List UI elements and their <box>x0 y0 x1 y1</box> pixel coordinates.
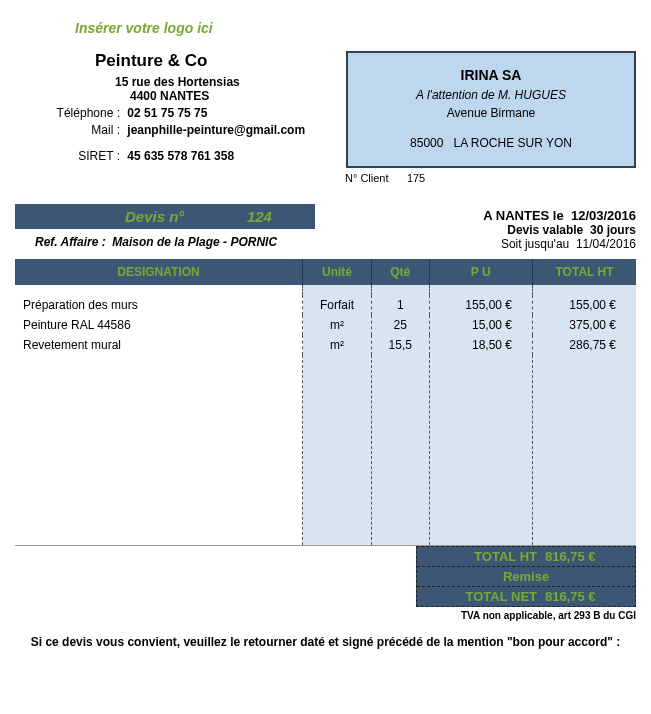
items-table: DESIGNATION Unité Qté P U TOTAL HT Prépa… <box>15 259 636 546</box>
footer-note: Si ce devis vous convient, veuillez le r… <box>15 635 636 649</box>
phone-label: Téléphone : <box>15 106 120 120</box>
client-name: IRINA SA <box>358 65 624 86</box>
cell-qty: 1 <box>372 295 430 315</box>
cell-pu: 18,50 € <box>429 335 533 355</box>
col-unit: Unité <box>303 259 372 285</box>
client-attention: A l'attention de M. HUGUES <box>358 86 624 104</box>
cell-total: 375,00 € <box>533 315 637 335</box>
cell-unit: m² <box>303 335 372 355</box>
client-street: Avenue Birmane <box>358 104 624 122</box>
devis-date: 12/03/2016 <box>571 208 636 223</box>
ref-value: Maison de la Plage - PORNIC <box>112 235 277 249</box>
cell-desc: Revetement mural <box>15 335 303 355</box>
table-row: Revetement muralm²15,518,50 €286,75 € <box>15 335 636 355</box>
col-pu: P U <box>429 259 533 285</box>
devis-num-label: Devis n° <box>125 208 184 225</box>
total-net-label: TOTAL NET <box>427 589 545 604</box>
cell-desc: Peinture RAL 44586 <box>15 315 303 335</box>
cell-total: 286,75 € <box>533 335 637 355</box>
company-block: Peinture & Co 15 rue des Hortensias 4400… <box>15 51 346 166</box>
cell-pu: 15,00 € <box>429 315 533 335</box>
cell-unit: m² <box>303 315 372 335</box>
total-ht-label: TOTAL HT <box>427 549 545 564</box>
totals-box: TOTAL HT 816,75 € Remise TOTAL NET 816,7… <box>416 546 636 607</box>
cell-qty: 15,5 <box>372 335 430 355</box>
ref-label: Ref. Affaire : <box>35 235 106 249</box>
remise-label: Remise <box>427 569 625 584</box>
table-row: Préparation des mursForfait1155,00 €155,… <box>15 295 636 315</box>
header: Peinture & Co 15 rue des Hortensias 4400… <box>15 51 636 168</box>
cell-pu: 155,00 € <box>429 295 533 315</box>
company-address-1: 15 rue des Hortensias <box>115 75 346 89</box>
client-box: IRINA SA A l'attention de M. HUGUES Aven… <box>346 51 636 168</box>
cell-qty: 25 <box>372 315 430 335</box>
col-designation: DESIGNATION <box>15 259 303 285</box>
siret-label: SIRET : <box>15 149 120 163</box>
valid-label: Devis valable <box>507 223 583 237</box>
cell-desc: Préparation des murs <box>15 295 303 315</box>
mail-value: jeanphille-peinture@gmail.com <box>127 123 305 137</box>
valid-value: 30 jours <box>590 223 636 237</box>
logo-placeholder: Insérer votre logo ici <box>75 20 636 36</box>
total-ht-value: 816,75 € <box>545 549 625 564</box>
col-total: TOTAL HT <box>533 259 637 285</box>
client-postal: 85000 <box>410 136 443 150</box>
company-address-2: 4400 NANTES <box>130 89 346 103</box>
client-city: LA ROCHE SUR YON <box>453 136 571 150</box>
cell-unit: Forfait <box>303 295 372 315</box>
mail-label: Mail : <box>15 123 120 137</box>
company-name: Peinture & Co <box>95 51 346 71</box>
devis-number-bar: Devis n° 124 <box>15 204 315 229</box>
total-net-value: 816,75 € <box>545 589 625 604</box>
place-label: A NANTES le <box>483 208 563 223</box>
devis-num-value: 124 <box>247 208 272 225</box>
cell-total: 155,00 € <box>533 295 637 315</box>
client-no-label: N° Client <box>345 172 389 184</box>
phone-value: 02 51 75 75 75 <box>127 106 207 120</box>
client-no-value: 175 <box>407 172 425 184</box>
until-label: Soit jusqu'au <box>501 237 569 251</box>
siret-value: 45 635 578 761 358 <box>127 149 234 163</box>
table-row: Peinture RAL 44586m²2515,00 €375,00 € <box>15 315 636 335</box>
until-value: 11/04/2016 <box>576 237 636 251</box>
col-qty: Qté <box>372 259 430 285</box>
tva-note: TVA non applicable, art 293 B du CGI <box>15 610 636 621</box>
